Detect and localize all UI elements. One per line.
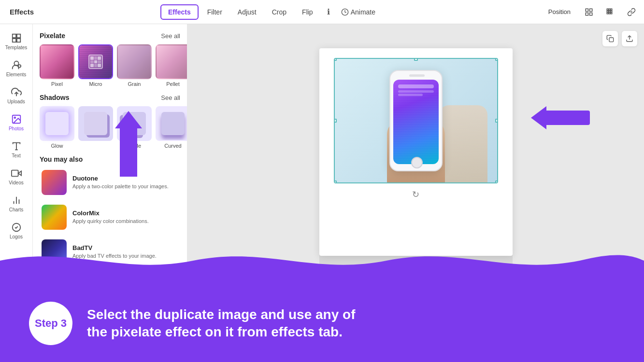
pixelate-effects-row: Pixel <box>40 44 180 87</box>
bottom-section: Step 3 Select the duplicate image and us… <box>0 265 644 362</box>
phone-mockup-content <box>335 59 497 182</box>
effect-item-micro[interactable]: Micro <box>78 44 113 87</box>
svg-rect-5 <box>12 34 15 38</box>
glow-label: Glow <box>51 143 63 149</box>
effect-item-glow[interactable]: Glow <box>40 106 74 149</box>
drop-shadow-thumb[interactable] <box>78 106 113 141</box>
shadows-see-all[interactable]: See all <box>161 94 180 101</box>
effect-item-curved[interactable]: Curved <box>156 106 187 149</box>
sidebar-label-elements: Elements <box>6 72 27 77</box>
hand-bg <box>439 105 487 182</box>
sidebar-item-text[interactable]: Text <box>2 137 30 162</box>
pixelate-title: Pixelate <box>40 32 65 40</box>
info-button[interactable]: ℹ <box>322 5 335 19</box>
animate-label: Animate <box>351 8 375 16</box>
svg-rect-22 <box>609 38 614 42</box>
tab-effects[interactable]: Effects <box>160 4 199 20</box>
effect-item-drop[interactable] <box>78 106 113 143</box>
screen-line-1 <box>398 84 434 88</box>
tab-flip[interactable]: Flip <box>295 5 320 19</box>
curved-label: Curved <box>164 143 181 149</box>
sidebar-item-uploads[interactable]: Uploads <box>2 83 30 108</box>
shadows-section-header: Shadows See all <box>40 94 180 101</box>
sidebar-label-logos: Logos <box>10 234 23 239</box>
canvas-board-wrapper: ↻ <box>319 48 513 278</box>
svg-rect-4 <box>590 13 592 15</box>
glow-shadow-thumb[interactable] <box>40 106 74 141</box>
sidebar-item-templates[interactable]: Templates <box>2 29 30 54</box>
canvas-board: ↻ <box>319 48 513 256</box>
colormix-desc: Apply quirky color combinations. <box>72 218 178 225</box>
you-may-item-duotone[interactable]: Duotone Apply a two-color palette to you… <box>40 168 180 197</box>
panel-title: Effects <box>6 8 160 16</box>
you-may-also-title: You may also <box>40 155 83 163</box>
colormix-thumb <box>42 205 67 230</box>
effect-item-grain[interactable]: Grain <box>117 44 152 87</box>
step-text-line1: Select the duplicate image and use any o… <box>87 306 356 323</box>
sidebar-item-charts[interactable]: Charts <box>2 191 30 216</box>
you-may-also-header: You may also <box>40 155 180 163</box>
tab-crop[interactable]: Crop <box>265 5 293 19</box>
phone-home-button <box>411 157 423 168</box>
sidebar-item-elements[interactable]: Elements <box>2 56 30 81</box>
step-text-block: Select the duplicate image and use any o… <box>87 306 356 341</box>
colormix-info: ColorMix Apply quirky color combinations… <box>72 209 178 225</box>
export-canvas-icon[interactable] <box>622 31 637 46</box>
pixel-thumb[interactable] <box>40 44 74 79</box>
link-icon-button[interactable] <box>625 5 638 19</box>
canvas-top-icons <box>602 31 637 46</box>
animate-button[interactable]: Animate <box>337 6 379 18</box>
svg-rect-3 <box>586 13 588 15</box>
sidebar-label-charts: Charts <box>9 207 23 212</box>
duotone-title: Duotone <box>72 175 178 182</box>
svg-point-10 <box>18 65 20 68</box>
phone-screen <box>393 80 439 164</box>
you-may-item-colormix[interactable]: ColorMix Apply quirky color combinations… <box>40 203 180 232</box>
screen-ui <box>398 84 434 96</box>
position-button[interactable]: Position <box>544 6 574 17</box>
effect-item-angle[interactable]: Angle <box>117 106 152 149</box>
toolbar-right: Position <box>544 5 638 19</box>
grid-icon-button[interactable] <box>582 5 596 19</box>
pixelate-see-all[interactable]: See all <box>161 32 180 40</box>
pixelate-section-header: Pixelate See all <box>40 32 180 40</box>
mosaic-icon-button[interactable] <box>603 5 617 19</box>
colormix-title: ColorMix <box>72 209 178 217</box>
angle-shadow-thumb[interactable] <box>117 106 152 141</box>
selected-image-frame[interactable] <box>334 58 498 183</box>
pixel-label: Pixel <box>51 81 63 87</box>
shadows-effects-row: Glow Angle Curved › <box>40 106 180 149</box>
effect-item-pellet[interactable]: Pellet <box>156 44 187 87</box>
curved-shadow-thumb[interactable] <box>156 106 187 141</box>
svg-rect-1 <box>586 9 588 11</box>
screen-line-2 <box>398 90 434 93</box>
sidebar-item-videos[interactable]: Videos <box>2 164 30 189</box>
svg-marker-16 <box>18 171 21 175</box>
svg-rect-17 <box>11 170 18 177</box>
duotone-thumb <box>42 170 67 195</box>
copy-canvas-icon[interactable] <box>602 31 618 46</box>
tab-filter[interactable]: Filter <box>200 5 229 19</box>
sidebar-item-logos[interactable]: Logos <box>2 218 30 243</box>
effect-item-pixel[interactable]: Pixel <box>40 44 74 87</box>
sidebar-label-videos: Videos <box>9 180 23 185</box>
svg-rect-6 <box>16 34 20 38</box>
sidebar-label-uploads: Uploads <box>7 99 25 104</box>
micro-thumb[interactable] <box>78 44 113 79</box>
micro-label: Micro <box>89 81 102 87</box>
screen-line-3 <box>398 94 423 96</box>
svg-point-13 <box>14 117 15 118</box>
grain-thumb[interactable] <box>117 44 152 79</box>
svg-rect-7 <box>12 39 15 42</box>
sidebar-item-photos[interactable]: Photos <box>2 110 30 135</box>
pellet-thumb[interactable] <box>156 44 187 79</box>
shadows-title: Shadows <box>40 94 69 101</box>
rotate-handle[interactable]: ↻ <box>329 189 503 200</box>
tab-adjust[interactable]: Adjust <box>231 5 263 19</box>
arrow-right-head <box>531 106 546 129</box>
svg-rect-8 <box>16 39 20 42</box>
sidebar-label-templates: Templates <box>5 45 28 50</box>
grain-label: Grain <box>128 81 141 87</box>
svg-rect-2 <box>590 9 592 11</box>
phone-body <box>389 70 443 171</box>
